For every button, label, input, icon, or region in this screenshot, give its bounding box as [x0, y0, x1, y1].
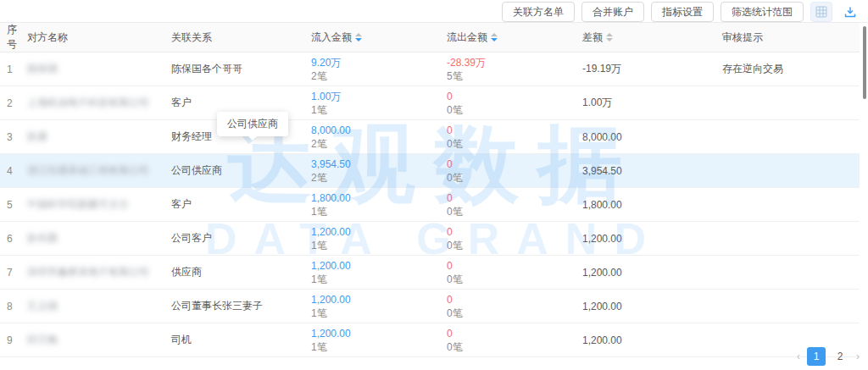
audit-hint-cell	[719, 120, 860, 154]
relation-cell: 陈保国各个哥哥	[168, 52, 308, 86]
counterparty-name: 浙江恒通基础工程有限公司	[24, 154, 168, 188]
relation-cell: 公司供应商	[168, 154, 308, 188]
vertical-scrollbar[interactable]	[863, 23, 866, 343]
related-party-table: 序号 对方名称 关联关系 流入金额 流出金额 差额 审核提	[0, 22, 868, 357]
toolbar: 关联方名单 合并账户 指标设置 筛选统计范围	[502, 2, 861, 22]
counterparty-name: 王义娟	[24, 290, 168, 323]
outflow-amount: 0	[447, 90, 576, 103]
diff-cell: -19.19万	[579, 52, 719, 86]
outflow-amount: 0	[447, 327, 576, 340]
table-row[interactable]: 5 中国科学院新疆天文台 客户 1,800.00 1笔 0 0笔 1,800.0…	[0, 188, 860, 222]
outflow-count: 0笔	[447, 340, 576, 354]
audit-hint-cell	[719, 256, 860, 290]
row-number: 1	[0, 52, 24, 86]
outflow-count: 0笔	[447, 103, 576, 117]
diff-cell: 1,200.00	[579, 323, 719, 357]
row-number: 7	[0, 256, 24, 290]
indicator-settings-button[interactable]: 指标设置	[651, 2, 714, 22]
relation-cell: 供应商	[168, 256, 308, 290]
sort-icons-inflow[interactable]	[355, 33, 362, 41]
page-2[interactable]: 2	[831, 347, 849, 366]
outflow-cell: 0 0笔	[443, 188, 579, 222]
sort-icons-outflow[interactable]	[491, 33, 498, 41]
inflow-cell: 3,954.50 2笔	[308, 154, 443, 188]
outflow-cell: 0 0笔	[443, 323, 579, 357]
table-row[interactable]: 9 邱兰梅 司机 1,200.00 1笔 0 0笔 1,200.00	[0, 323, 860, 357]
header-diff[interactable]: 差额	[579, 23, 719, 52]
outflow-count: 0笔	[447, 137, 576, 151]
relation-cell: 司机	[168, 323, 308, 357]
diff-cell: 1,200.00	[579, 256, 719, 290]
inflow-amount: 1,200.00	[311, 225, 440, 239]
inflow-cell: 1,200.00 1笔	[308, 290, 443, 323]
row-number: 3	[0, 120, 24, 154]
outflow-cell: 0 0笔	[443, 256, 579, 290]
table-row[interactable]: 1 陈保德 陈保国各个哥哥 9.20万 2笔 -28.39万 5笔 -19.19…	[0, 52, 860, 86]
row-number: 2	[0, 86, 24, 120]
outflow-count: 0笔	[447, 273, 576, 286]
inflow-cell: 1,200.00 1笔	[308, 256, 443, 290]
table-row[interactable]: 4 浙江恒通基础工程有限公司 公司供应商 3,954.50 2笔 0 0笔 3,…	[0, 154, 860, 188]
table-header-row: 序号 对方名称 关联关系 流入金额 流出金额 差额 审核提	[0, 23, 860, 52]
outflow-cell: 0 0笔	[443, 120, 579, 154]
merge-account-button[interactable]: 合并账户	[581, 2, 644, 22]
outflow-amount: 0	[447, 191, 576, 205]
inflow-amount: 1.00万	[311, 90, 440, 103]
inflow-cell: 1,200.00 1笔	[308, 323, 443, 357]
row-number: 5	[0, 188, 24, 222]
inflow-cell: 1,200.00 1笔	[308, 222, 443, 256]
inflow-amount: 1,200.00	[311, 293, 440, 306]
inflow-count: 2笔	[311, 69, 440, 83]
diff-cell: 1,200.00	[579, 222, 719, 256]
relation-tooltip: 公司供应商	[217, 112, 288, 136]
inflow-cell: 1.00万 1笔	[308, 86, 443, 120]
outflow-cell: 0 0笔	[443, 222, 579, 256]
header-inflow[interactable]: 流入金额	[308, 23, 443, 52]
diff-cell: 3,954.50	[579, 154, 719, 188]
header-outflow[interactable]: 流出金额	[443, 23, 579, 52]
table-row[interactable]: 7 深圳市鑫桥龙电子有限公司 供应商 1,200.00 1笔 0 0笔 1,20…	[0, 256, 860, 290]
inflow-amount: 1,200.00	[311, 327, 440, 340]
inflow-count: 1笔	[311, 273, 440, 286]
pagination: ‹ 12 ›	[795, 347, 861, 366]
filter-statistics-range-button[interactable]: 筛选统计范围	[721, 2, 804, 22]
outflow-count: 5笔	[447, 69, 576, 83]
prev-page-icon[interactable]: ‹	[795, 351, 802, 362]
audit-hint-cell	[719, 222, 860, 256]
diff-cell: 1.00万	[579, 86, 719, 120]
related-party-analysis-page: 关联方名单 合并账户 指标设置 筛选统计范围	[0, 0, 868, 370]
audit-hint-cell	[719, 154, 860, 188]
audit-hint-cell	[719, 188, 860, 222]
relation-cell: 客户	[168, 188, 308, 222]
related-party-list-button[interactable]: 关联方名单	[502, 2, 575, 22]
outflow-cell: -28.39万 5笔	[443, 52, 579, 86]
inflow-cell: 8,000.00 2笔	[308, 120, 443, 154]
table-row[interactable]: 2 上海机油电子科技有限公司 客户 1.00万 1笔 0 0笔 1.00万	[0, 86, 860, 120]
page-1[interactable]: 1	[807, 347, 826, 366]
inflow-count: 2笔	[311, 137, 440, 151]
scrollbar-thumb[interactable]	[863, 26, 866, 99]
inflow-count: 1笔	[311, 306, 440, 320]
row-number: 9	[0, 323, 24, 357]
table-row[interactable]: 8 王义娟 公司董事长张三妻子 1,200.00 1笔 0 0笔 1,200.0…	[0, 290, 860, 323]
inflow-amount: 1,800.00	[311, 191, 440, 205]
outflow-cell: 0 0笔	[443, 290, 579, 323]
inflow-count: 2笔	[311, 171, 440, 185]
outflow-count: 0笔	[447, 171, 576, 185]
inflow-count: 1笔	[311, 239, 440, 252]
row-number: 4	[0, 154, 24, 188]
table-row[interactable]: 3 孙康 财务经理 8,000.00 2笔 0 0笔 8,000.00	[0, 120, 860, 154]
outflow-amount: -28.39万	[447, 56, 576, 69]
outflow-amount: 0	[447, 124, 576, 137]
row-number: 6	[0, 222, 24, 256]
table-grid-icon[interactable]	[810, 2, 832, 22]
counterparty-name: 陈保德	[24, 52, 168, 86]
sort-icons-diff[interactable]	[606, 33, 613, 41]
counterparty-name: 邱兰梅	[24, 323, 168, 357]
inflow-cell: 9.20万 2笔	[308, 52, 443, 86]
header-relation: 关联关系	[168, 23, 308, 52]
next-page-icon[interactable]: ›	[854, 351, 861, 362]
table-row[interactable]: 6 孙长园 公司客户 1,200.00 1笔 0 0笔 1,200.00	[0, 222, 860, 256]
download-icon[interactable]	[839, 2, 861, 22]
outflow-amount: 0	[447, 259, 576, 273]
